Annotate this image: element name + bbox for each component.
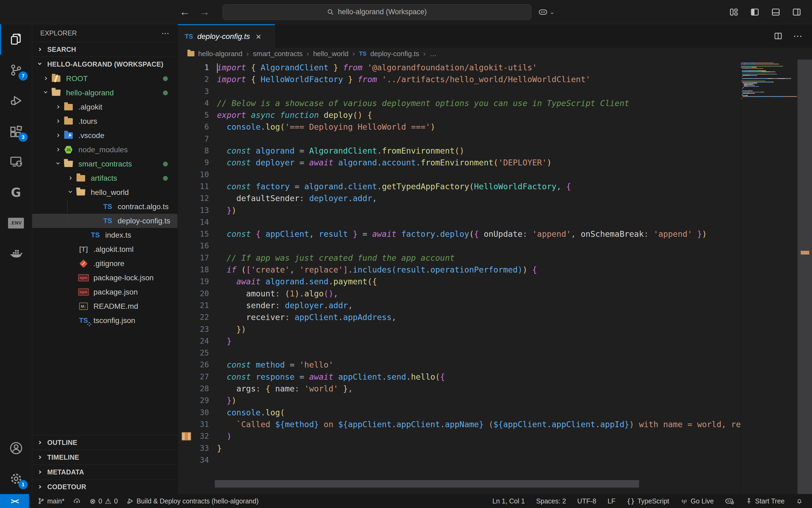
vertical-scrollbar[interactable] (798, 59, 812, 494)
code-line[interactable]: 28 args: { name: 'world' }, (178, 383, 740, 395)
code-line[interactable]: 22 receiver: appClient.appAddress, (178, 311, 740, 323)
tree-item-tsconfig.json[interactable]: TStsconfig.json (32, 313, 177, 328)
code-line[interactable]: 3 (178, 86, 740, 97)
code-line[interactable]: 17 // If app was just created fund the a… (178, 252, 740, 264)
go-live-button[interactable]: Go Live (680, 497, 714, 505)
eol-status[interactable]: LF (608, 497, 615, 505)
tree-item-node_modules[interactable]: ›JSnode_modules (32, 142, 177, 157)
activitybar-accounts[interactable] (0, 433, 32, 463)
code-line[interactable]: 13 }) (178, 205, 740, 216)
tree-item-package-lock.json[interactable]: npmpackage-lock.json (32, 271, 177, 285)
tree-item-.algokit[interactable]: ›.algokit (32, 100, 177, 114)
copilot-status[interactable] (725, 497, 734, 505)
tree-item-artifacts[interactable]: ›artifacts (32, 171, 177, 185)
code-line[interactable]: 2import { HelloWorldFactory } from '../a… (178, 74, 740, 85)
code-line[interactable]: 6 console.log('=== Deploying HelloWorld … (178, 121, 740, 133)
problems-status[interactable]: ⊗ 0 ⚠ 0 (90, 497, 118, 505)
code-line[interactable]: 30 console.log( (178, 407, 740, 419)
tree-item-README.md[interactable]: M↓README.md (32, 299, 177, 313)
toggle-primary-sidebar-icon[interactable] (750, 7, 759, 17)
activitybar-docker[interactable] (0, 239, 32, 269)
code-line[interactable]: 12 defaultSender: deployer.addr, (178, 193, 740, 204)
codetour-marker-icon[interactable] (181, 432, 191, 440)
tree-item-hello_world[interactable]: ›hello_world (32, 185, 177, 200)
indentation-status[interactable]: Spaces: 2 (536, 497, 566, 505)
code-line[interactable]: 15 const { appClient, result } = await f… (178, 228, 740, 240)
activitybar-dotenv[interactable]: .ENV (0, 208, 32, 239)
tree-item-smart_contracts[interactable]: ›smart_contracts (32, 157, 177, 171)
breadcrumb-item[interactable]: … (430, 50, 437, 58)
code-line[interactable]: 11 const factory = algorand.client.getTy… (178, 181, 740, 193)
branch-status[interactable]: main* (38, 497, 65, 505)
editor-more-actions-icon[interactable]: ⋯ (793, 31, 802, 41)
section-workspace[interactable]: › HELLO-ALGORAND (WORKSPACE) (32, 57, 177, 72)
split-editor-icon[interactable] (774, 32, 782, 40)
tree-item-contract.algo.ts[interactable]: TScontract.algo.ts (32, 200, 177, 214)
activitybar-explorer[interactable] (0, 24, 32, 55)
tree-item-deploy-config.ts[interactable]: TSdeploy-config.ts (32, 214, 177, 228)
code-line[interactable]: 29 }) (178, 395, 740, 407)
code-line[interactable]: 19 await algorand.send.payment({ (178, 276, 740, 288)
toggle-panel-icon[interactable] (771, 7, 780, 17)
code-line[interactable]: 1import { AlgorandClient } from '@algora… (178, 62, 740, 74)
tree-item-.algokit.toml[interactable]: [T].algokit.toml (32, 242, 177, 256)
section-metadata[interactable]: › METADATA (32, 465, 177, 479)
task-status[interactable]: Build & Deploy contracts (hello-algorand… (126, 497, 259, 505)
tree-item-.tours[interactable]: ›.tours (32, 114, 177, 128)
code-line[interactable]: 18 if (['create', 'replace'].includes(re… (178, 264, 740, 276)
start-tree-button[interactable]: Start Tree (745, 497, 784, 505)
code-line[interactable]: 33} (178, 442, 740, 454)
sync-changes-button[interactable] (73, 497, 81, 505)
code-editor[interactable]: 1import { AlgorandClient } from '@algora… (178, 59, 812, 494)
code-line[interactable]: 9 const deployer = await algorand.accoun… (178, 157, 740, 169)
code-line[interactable]: 27 const response = await appClient.send… (178, 371, 740, 383)
customize-layout-icon[interactable] (729, 7, 738, 17)
activitybar-run-debug[interactable] (0, 85, 32, 116)
code-line[interactable]: 14 (178, 216, 740, 228)
code-line[interactable]: 25 (178, 347, 740, 359)
activitybar-gitlens[interactable]: G (0, 177, 32, 208)
code-line[interactable]: 10 (178, 169, 740, 181)
activitybar-settings[interactable]: 1 (0, 463, 32, 494)
tab-close-icon[interactable]: × (256, 32, 261, 42)
section-search[interactable]: › SEARCH (32, 42, 177, 57)
code-line[interactable]: 23 }) (178, 324, 740, 335)
minimap[interactable] (740, 59, 798, 494)
toggle-secondary-sidebar-icon[interactable] (792, 7, 801, 17)
code-line[interactable]: 5export async function deploy() { (178, 109, 740, 121)
code-line[interactable]: 4// Below is a showcase of various deplo… (178, 97, 740, 109)
activitybar-extensions[interactable]: 3 (0, 116, 32, 146)
tree-item-hello-algorand[interactable]: ›hello-algorand (32, 86, 177, 100)
language-status[interactable]: {} TypeScript (627, 497, 669, 505)
section-outline[interactable]: › OUTLINE (32, 435, 177, 450)
code-line[interactable]: 31 `Called ${method} on ${appClient.appC… (178, 419, 740, 430)
code-line[interactable]: 20 amount: (1).algo(), (178, 288, 740, 300)
copilot-menu-button[interactable]: ⌄ (539, 8, 554, 16)
code-line[interactable]: 8 const algorand = AlgorandClient.fromEn… (178, 145, 740, 157)
section-codetour[interactable]: › CODETOUR (32, 479, 177, 494)
tree-item-ROOT[interactable]: ›ROOT (32, 72, 177, 86)
forward-button[interactable]: → (195, 6, 215, 18)
breadcrumb-item[interactable]: deploy-config.ts (370, 50, 419, 58)
tree-item-index.ts[interactable]: TSindex.ts (32, 228, 177, 242)
explorer-more-actions-icon[interactable]: ⋯ (161, 29, 169, 38)
breadcrumb-item[interactable]: smart_contracts (253, 50, 303, 58)
code-line[interactable]: 26 const method = 'hello' (178, 359, 740, 371)
tree-item-.vscode[interactable]: ›.vscode (32, 128, 177, 142)
tree-item-package.json[interactable]: npmpackage.json (32, 285, 177, 299)
activitybar-remote-explorer[interactable] (0, 146, 32, 177)
notifications-button[interactable] (796, 497, 803, 505)
code-line[interactable]: 24 } (178, 335, 740, 347)
code-line[interactable]: 32 ) (178, 430, 740, 442)
code-line[interactable]: 7 (178, 133, 740, 145)
horizontal-scrollbar[interactable] (215, 480, 639, 488)
back-button[interactable]: ← (175, 6, 195, 18)
remote-indicator[interactable]: >< (0, 494, 29, 508)
tree-item-.gitignore[interactable]: .gitignore (32, 256, 177, 271)
breadcrumb-item[interactable]: hello_world (313, 50, 348, 58)
code-line[interactable]: 21 sender: deployer.addr, (178, 300, 740, 311)
code-line[interactable]: 16 (178, 240, 740, 252)
code-line[interactable]: 34 (178, 454, 740, 466)
breadcrumb-item[interactable]: hello-algorand (198, 50, 243, 58)
command-center-search[interactable]: hello-algorand (Workspace) (223, 4, 531, 20)
